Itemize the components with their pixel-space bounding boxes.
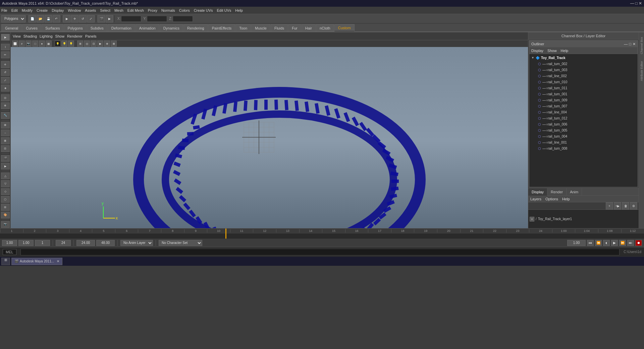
paint-weight-btn[interactable]: 🎨 <box>1 212 10 218</box>
tab-custom[interactable]: Custom <box>334 24 355 32</box>
save-btn[interactable]: 💾 <box>45 15 52 22</box>
goto-end-btn[interactable]: ⏭ <box>627 240 634 246</box>
bridge-btn[interactable]: ⊟ <box>1 204 10 210</box>
menu-help[interactable]: Help <box>235 8 243 12</box>
vp-menu-view[interactable]: View <box>13 34 21 38</box>
create-polygon-btn[interactable]: △ <box>1 172 10 179</box>
tab-general[interactable]: General <box>1 24 22 32</box>
paint-select-btn[interactable]: ✏ <box>1 51 10 58</box>
vp-isolate-btn[interactable]: ◎ <box>84 41 90 47</box>
layer-create-btn[interactable]: + <box>606 202 613 210</box>
append-polygon-btn[interactable]: ▽ <box>1 180 10 187</box>
outliner-root-item[interactable]: ▼ 🔷 Toy_Rail_Track <box>530 55 637 61</box>
vp-light1-btn[interactable]: 💡 <box>55 41 61 47</box>
outliner-item-5[interactable]: ⬡ —○ rail_turn_001 <box>530 91 637 97</box>
object-mode-dropdown[interactable]: Polygons <box>1 15 25 22</box>
layer-tab-anim[interactable]: Anim <box>567 188 582 196</box>
vp-light3-btn[interactable]: 💡 <box>68 41 74 47</box>
undo-btn[interactable]: ↶ <box>53 15 60 22</box>
vp-menu-renderer[interactable]: Renderer <box>67 34 83 38</box>
layer-tab-display[interactable]: Display <box>528 188 547 196</box>
outliner-item-6[interactable]: ⬡ —○ rail_turn_009 <box>530 97 637 103</box>
menu-window[interactable]: Window <box>68 8 81 12</box>
menu-create-uvs[interactable]: Create UVs <box>194 8 213 12</box>
select-tool-btn[interactable]: ▶ <box>1 34 10 41</box>
menu-proxy[interactable]: Proxy <box>148 8 157 12</box>
outliner-item-3[interactable]: ⬡ —○ rail_turn_010 <box>530 79 637 85</box>
layer-opt-layers[interactable]: Layers <box>530 197 541 201</box>
menu-normals[interactable]: Normals <box>161 8 175 12</box>
character-set-dropdown[interactable]: No Character Set <box>159 240 202 246</box>
vp-frame-all-btn[interactable]: ⊞ <box>77 41 83 47</box>
tab-toon[interactable]: Toon <box>235 24 251 32</box>
snap-surface-btn[interactable]: ⊡ <box>1 145 10 152</box>
timeline-ruler[interactable]: 1 2 3 4 5 6 7 8 9 10 11 12 13 14 15 16 1… <box>0 229 644 239</box>
extrude-face-btn[interactable]: ⬡ <box>1 196 10 203</box>
layer-options-btn[interactable]: ⚙ <box>630 202 637 210</box>
playback-total-display[interactable] <box>96 240 115 246</box>
tab-muscle[interactable]: Muscle <box>251 24 270 32</box>
vp-grid-btn[interactable]: # <box>19 41 25 47</box>
vp-menu-shading[interactable]: Shading <box>23 34 37 38</box>
menu-modify[interactable]: Modify <box>22 8 33 12</box>
vp-menu-lighting[interactable]: Lighting <box>40 34 53 38</box>
outliner-item-13[interactable]: ⬡ —○ rail_line_001 <box>530 139 637 145</box>
vp-light2-btn[interactable]: 💡 <box>61 41 67 47</box>
playback-end-display[interactable] <box>76 240 95 246</box>
camera-btn[interactable]: 📷 <box>1 221 10 228</box>
snap-grid-btn[interactable]: ⊞ <box>1 122 10 129</box>
tab-fur[interactable]: Fur <box>288 24 301 32</box>
layer-opt-help[interactable]: Help <box>562 197 570 201</box>
taskbar-maya-close[interactable]: ✕ <box>57 259 59 263</box>
outliner-item-0[interactable]: ⬡ —○ rail_turn_002 <box>530 61 637 67</box>
move-btn[interactable]: ✛ <box>71 15 78 22</box>
rotate-btn[interactable]: ↺ <box>79 15 87 22</box>
tab-painteffects[interactable]: PaintEffects <box>208 24 235 32</box>
vp-render-region2-btn[interactable]: ▶ <box>97 41 103 47</box>
tab-curves[interactable]: Curves <box>22 24 41 32</box>
outliner-menu-help[interactable]: Help <box>561 49 569 53</box>
start-btn[interactable]: ⊞ <box>1 258 10 265</box>
tab-dynamics[interactable]: Dynamics <box>160 24 183 32</box>
layer-create-assign-btn[interactable]: +▶ <box>614 202 621 210</box>
vp-wireframe-btn[interactable]: □ <box>32 41 38 47</box>
step-forward-btn[interactable]: ⏩ <box>619 240 626 246</box>
menu-mesh[interactable]: Mesh <box>114 8 123 12</box>
outliner-item-7[interactable]: ⬡ —○ rail_turn_007 <box>530 103 637 109</box>
viewport-3d-content[interactable]: x y <box>11 47 528 228</box>
layer-tab-render[interactable]: Render <box>547 188 567 196</box>
y-input[interactable] <box>147 16 167 22</box>
layer-opt-options[interactable]: Options <box>545 197 558 201</box>
layer-visibility-toggle[interactable]: V <box>530 217 534 221</box>
outliner-menu-show[interactable]: Show <box>547 49 557 53</box>
vp-smooth-btn[interactable]: ● <box>39 41 45 47</box>
play-back-btn[interactable]: ⏴ <box>603 240 610 246</box>
lasso-select-btn[interactable]: ⌇ <box>1 44 10 50</box>
vp-select-all-btn[interactable]: ⬜ <box>12 41 18 47</box>
menu-assets[interactable]: Assets <box>85 8 96 12</box>
outliner-item-4[interactable]: ⬡ —○ rail_turn_011 <box>530 85 637 91</box>
layer-delete-btn[interactable]: 🗑 <box>622 202 629 210</box>
close-button[interactable]: ✕ <box>639 1 642 6</box>
scale-btn[interactable]: ⤢ <box>87 15 95 22</box>
anim-layer-dropdown[interactable]: No Anim Layer <box>120 240 153 246</box>
goto-start-btn[interactable]: ⏮ <box>587 240 594 246</box>
tab-fluids[interactable]: Fluids <box>271 24 288 32</box>
snap-point-btn[interactable]: ⊠ <box>1 137 10 144</box>
rotate-tool-btn[interactable]: ↺ <box>1 69 10 76</box>
step-back-btn[interactable]: ⏪ <box>595 240 602 246</box>
scale-tool-btn[interactable]: ⤢ <box>1 77 10 84</box>
ipr-btn[interactable]: ▶ <box>106 15 113 22</box>
render-btn[interactable]: 🎬 <box>98 15 105 22</box>
menu-edit[interactable]: Edit <box>11 8 18 12</box>
vp-menu-show[interactable]: Show <box>55 34 65 38</box>
outliner-item-14[interactable]: ⬡ —○ rail_turn_008 <box>530 145 637 151</box>
tab-hair[interactable]: Hair <box>302 24 316 32</box>
show-manip-btn[interactable]: 🔧 <box>1 112 10 119</box>
current-frame-input[interactable] <box>567 240 586 246</box>
tab-surfaces[interactable]: Surfaces <box>42 24 63 32</box>
menu-edit-uvs[interactable]: Edit UVs <box>217 8 231 12</box>
menu-edit-mesh[interactable]: Edit Mesh <box>127 8 144 12</box>
outliner-item-1[interactable]: ⬡ —○ rail_turn_003 <box>530 67 637 73</box>
tab-ncloth[interactable]: nCloth <box>316 24 334 32</box>
